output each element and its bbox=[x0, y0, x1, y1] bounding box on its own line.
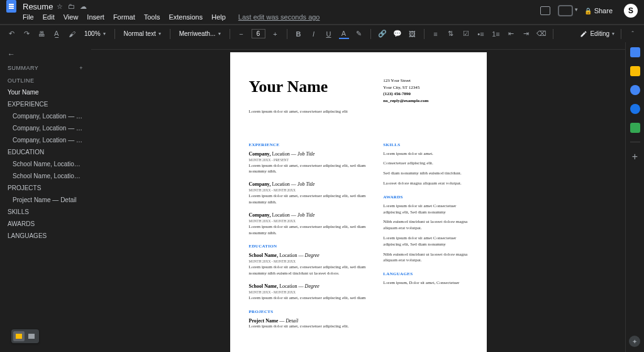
contact-block[interactable]: 123 Your Street Your City, ST 12345 (123… bbox=[383, 77, 467, 135]
outline-item[interactable]: Project Name — Detail bbox=[4, 194, 87, 206]
edu-body[interactable]: Lorem ipsum dolor sit amet, consectetuer… bbox=[249, 295, 371, 302]
skill-item[interactable]: Consectetuer adipiscing elit. bbox=[383, 161, 467, 167]
outline-item[interactable]: School Name, Location — Degr... bbox=[4, 170, 87, 182]
last-edit-link[interactable]: Last edit was seconds ago bbox=[238, 13, 320, 21]
outline-item[interactable]: AWARDS bbox=[4, 218, 87, 230]
menu-format[interactable]: Format bbox=[113, 13, 135, 21]
insert-image-icon[interactable]: 🖼 bbox=[408, 29, 418, 39]
print-icon[interactable]: 🖶 bbox=[36, 29, 47, 39]
bold-icon[interactable]: B bbox=[294, 29, 304, 39]
outline-item[interactable]: EXPERIENCE bbox=[4, 98, 87, 110]
spellcheck-icon[interactable]: A̲ bbox=[52, 29, 62, 39]
zoom-select[interactable]: 100%▾ bbox=[82, 30, 108, 38]
mode-select[interactable]: Editing ▾ bbox=[580, 30, 614, 38]
contact-street[interactable]: 123 Your Street bbox=[383, 77, 467, 84]
outline-item[interactable]: Your Name bbox=[4, 86, 87, 98]
section-awards[interactable]: AWARDS bbox=[383, 195, 467, 200]
edu-body[interactable]: Lorem ipsum dolor sit amet, consectetuer… bbox=[249, 264, 371, 277]
show-pages-icon[interactable] bbox=[13, 331, 25, 341]
checklist-icon[interactable]: ☑ bbox=[461, 29, 471, 39]
highlight-icon[interactable]: ✎ bbox=[354, 29, 364, 39]
outline-item[interactable]: LANGUAGES bbox=[4, 230, 87, 242]
text-color-icon[interactable]: A bbox=[339, 29, 349, 39]
exp-head[interactable]: Company, Location — Job Title bbox=[249, 181, 371, 187]
edu-head[interactable]: School Name, Location — Degree bbox=[249, 253, 371, 258]
award-item[interactable]: Lorem ipsum dolor sit amet Consectetuer … bbox=[383, 203, 467, 216]
exp-date[interactable]: MONTH 20XX - MONTH 20XX bbox=[249, 219, 371, 223]
calendar-icon[interactable] bbox=[630, 47, 640, 57]
exp-date[interactable]: MONTH 20XX - PRESENT bbox=[249, 158, 371, 162]
increase-font-icon[interactable]: + bbox=[270, 29, 280, 39]
docs-logo-icon[interactable] bbox=[6, 0, 16, 13]
maps-icon[interactable] bbox=[630, 123, 640, 133]
skill-item[interactable]: Laoreet dolore magna aliquam erat volutp… bbox=[383, 181, 467, 187]
section-languages[interactable]: LANGUAGES bbox=[383, 271, 467, 276]
outline-item[interactable]: PROJECTS bbox=[4, 182, 87, 194]
clear-formatting-icon[interactable]: ⌫ bbox=[536, 29, 547, 39]
font-size-input[interactable] bbox=[252, 29, 265, 38]
increase-indent-icon[interactable]: ⇥ bbox=[521, 29, 531, 39]
decrease-font-icon[interactable]: − bbox=[236, 29, 247, 39]
menu-tools[interactable]: Tools bbox=[144, 13, 160, 21]
skill-item[interactable]: Lorem ipsum dolor sit amet. bbox=[383, 151, 467, 157]
add-summary-icon[interactable]: + bbox=[79, 65, 83, 71]
numbered-list-icon[interactable]: 1≡ bbox=[491, 29, 501, 39]
outline-item[interactable]: Company, Location — Job Title bbox=[4, 122, 87, 134]
cloud-icon[interactable]: ☁ bbox=[80, 3, 87, 11]
award-item[interactable]: Lorem ipsum dolor sit amet Consectetuer … bbox=[383, 236, 467, 248]
contact-email[interactable]: no_reply@example.com bbox=[383, 98, 467, 105]
exp-body[interactable]: Lorem ipsum dolor sit amet, consectetuer… bbox=[249, 163, 371, 176]
show-print-layout-icon[interactable] bbox=[26, 331, 37, 341]
font-select[interactable]: Merriweath...▾ bbox=[177, 30, 223, 38]
outline-item[interactable]: School Name, Location — Degr... bbox=[4, 158, 87, 170]
get-addons-icon[interactable]: + bbox=[632, 151, 638, 162]
keep-icon[interactable] bbox=[630, 66, 640, 76]
outline-item[interactable]: SKILLS bbox=[4, 206, 87, 218]
exp-date[interactable]: MONTH 20XX - MONTH 20XX bbox=[249, 188, 371, 192]
undo-icon[interactable]: ↶ bbox=[6, 29, 16, 39]
outline-item[interactable]: Company, Location — Job Title bbox=[4, 110, 87, 122]
style-select[interactable]: Normal text▾ bbox=[121, 30, 164, 38]
explore-button[interactable]: ✦ bbox=[629, 336, 640, 347]
italic-icon[interactable]: I bbox=[309, 29, 319, 39]
exp-head[interactable]: Company, Location — Job Title bbox=[249, 151, 371, 157]
exp-body[interactable]: Lorem ipsum dolor sit amet, consectetuer… bbox=[249, 224, 371, 237]
align-icon[interactable]: ≡ bbox=[431, 29, 441, 39]
menu-file[interactable]: File bbox=[23, 13, 34, 21]
move-icon[interactable]: 🗀 bbox=[68, 3, 75, 11]
document-page[interactable]: Your Name 123 Your Street Your City, ST … bbox=[230, 52, 487, 352]
tasks-icon[interactable] bbox=[630, 85, 640, 95]
ruler[interactable] bbox=[91, 42, 625, 50]
comment-history-icon[interactable] bbox=[540, 6, 550, 15]
outline-item[interactable]: Company, Location — Job Title bbox=[4, 134, 87, 146]
section-skills[interactable]: SKILLS bbox=[383, 142, 467, 147]
tagline[interactable]: Lorem ipsum dolor sit amet, consectetuer… bbox=[249, 109, 371, 124]
meet-icon[interactable] bbox=[558, 5, 573, 16]
edu-head[interactable]: School Name, Location — Degree bbox=[249, 283, 371, 289]
menu-extensions[interactable]: Extensions bbox=[169, 13, 203, 21]
proj-head[interactable]: Project Name — Detail bbox=[249, 318, 371, 324]
section-projects[interactable]: PROJECTS bbox=[249, 309, 371, 314]
resume-name[interactable]: Your Name bbox=[249, 77, 371, 106]
outline-back-icon[interactable]: ← bbox=[4, 47, 87, 61]
menu-insert[interactable]: Insert bbox=[87, 13, 104, 21]
redo-icon[interactable]: ↷ bbox=[21, 29, 31, 39]
exp-body[interactable]: Lorem ipsum dolor sit amet, consectetuer… bbox=[249, 193, 371, 206]
menu-edit[interactable]: Edit bbox=[43, 13, 55, 21]
section-education[interactable]: EDUCATION bbox=[249, 244, 371, 249]
section-experience[interactable]: EXPERIENCE bbox=[249, 142, 371, 147]
award-item[interactable]: Nibh euismod tincidunt ut laoreet dolore… bbox=[383, 219, 467, 232]
menu-view[interactable]: View bbox=[64, 13, 79, 21]
contact-phone[interactable]: (123) 456-7890 bbox=[383, 91, 467, 98]
decrease-indent-icon[interactable]: ⇤ bbox=[506, 29, 516, 39]
exp-head[interactable]: Company, Location — Job Title bbox=[249, 212, 371, 218]
proj-body[interactable]: Lorem ipsum dolor sit amet, consectetuer… bbox=[249, 324, 371, 330]
edu-date[interactable]: MONTH 20XX - MONTH 20XX bbox=[249, 290, 371, 294]
menu-help[interactable]: Help bbox=[211, 13, 226, 21]
view-mode-toggle[interactable] bbox=[11, 329, 39, 343]
contacts-icon[interactable] bbox=[630, 104, 640, 114]
outline-item[interactable]: EDUCATION bbox=[4, 146, 87, 158]
award-item[interactable]: Nibh euismod tincidunt ut laoreet dolore… bbox=[383, 252, 467, 264]
document-canvas[interactable]: Your Name 123 Your Street Your City, ST … bbox=[91, 42, 625, 352]
bulleted-list-icon[interactable]: •≡ bbox=[476, 29, 486, 39]
